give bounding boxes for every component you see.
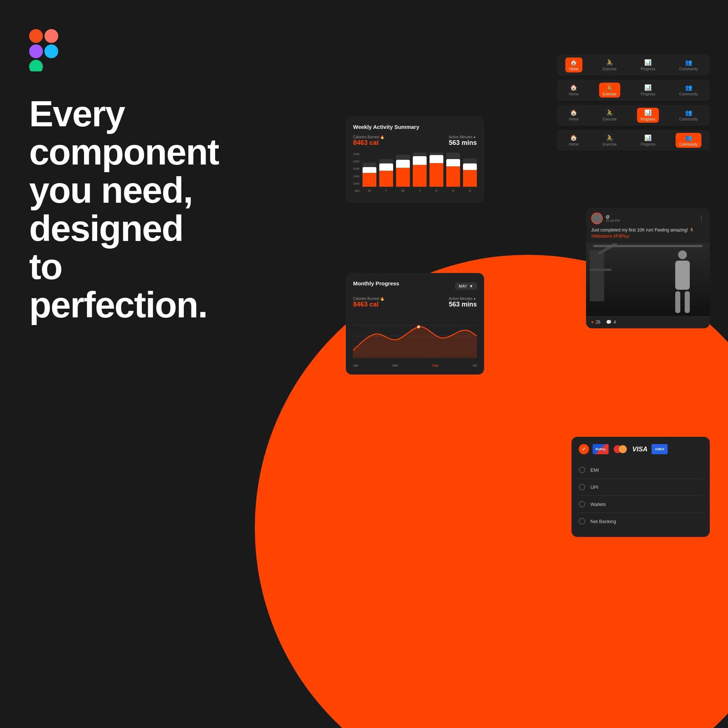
x-label-may: May <box>433 364 439 367</box>
nav-progress[interactable]: 📊 Progress <box>637 58 659 72</box>
nav-progress-3[interactable]: 📊 Progress <box>637 108 659 123</box>
nav-community-3[interactable]: 👥 Community <box>676 108 701 123</box>
nav-community[interactable]: 👥 Community <box>676 58 701 72</box>
bar-monday: M <box>362 153 376 193</box>
nav-home[interactable]: 🏠 Home <box>565 58 583 72</box>
calories-stat: Calories Burned 🔥 8463 cal <box>353 135 384 147</box>
monthly-progress-card: Monthly Progress MAY ▼ Calories Burned 🔥… <box>346 273 484 375</box>
svg-point-9 <box>418 326 420 328</box>
community-icon-2: 👥 <box>685 84 692 91</box>
headline-line4: designed <box>29 208 183 249</box>
monthly-card-title: Monthly Progress <box>353 280 399 286</box>
nav-home-3[interactable]: 🏠 Home <box>565 108 583 123</box>
avatar <box>591 213 603 224</box>
progress-icon: 📊 <box>644 59 652 66</box>
navbar-home-active: 🏠 Home 🚴 Exercise 📊 Progress 👥 Community <box>557 55 710 75</box>
bar-friday: F <box>430 153 444 193</box>
svg-rect-2 <box>29 44 43 58</box>
monthly-calories-label: Calories Burned 🔥 <box>353 297 384 301</box>
nav-exercise-2[interactable]: 🚴 Exercise <box>599 83 620 98</box>
upi-option[interactable]: UPI <box>579 479 702 496</box>
y-axis-labels: 3000 2500 2000 1500 1000 500 <box>353 153 359 193</box>
nav-community-4[interactable]: 👥 Community <box>676 133 701 148</box>
home-icon-2: 🏠 <box>570 84 577 91</box>
month-selector[interactable]: MAY ▼ <box>455 283 477 290</box>
month-label: MAY <box>459 284 467 288</box>
headline: Every component you need, designed to pe… <box>29 95 219 324</box>
svg-rect-1 <box>44 29 58 43</box>
emi-label: EMI <box>590 467 599 473</box>
x-label-mar: Mar <box>392 364 398 367</box>
emi-option[interactable]: EMI <box>579 462 702 479</box>
like-button[interactable]: ♥ 26 <box>591 320 600 325</box>
visa-card-icon: VISA <box>632 444 648 454</box>
comment-button[interactable]: 💬 4 <box>606 320 616 325</box>
figma-logo <box>29 29 58 66</box>
navbars-cluster: 🏠 Home 🚴 Exercise 📊 Progress 👥 Community… <box>557 55 710 151</box>
netbanking-option[interactable]: Net Banking <box>579 513 702 530</box>
heart-icon: ♥ <box>591 320 594 325</box>
post-meta: @ 41:43 PM <box>606 214 620 222</box>
mastercard-icon <box>612 444 628 454</box>
exercise-icon-2: 🚴 <box>606 84 613 91</box>
components-area: 🏠 Home 🚴 Exercise 📊 Progress 👥 Community… <box>346 55 710 673</box>
nav-community-2[interactable]: 👥 Community <box>676 83 701 98</box>
line-chart-svg <box>353 314 477 358</box>
svg-rect-3 <box>29 60 43 71</box>
like-count: 26 <box>595 320 600 325</box>
netbanking-label: Net Banking <box>590 519 616 524</box>
navbar-community-active: 🏠 Home 🚴 Exercise 📊 Progress 👥 Community <box>557 130 710 151</box>
bar-thursday: T <box>413 153 427 193</box>
monthly-calories-stat: Calories Burned 🔥 8463 cal <box>353 297 384 308</box>
nav-progress-2[interactable]: 📊 Progress <box>637 83 659 98</box>
headline-line3: you need, <box>29 170 193 210</box>
wallets-option[interactable]: Wallets <box>579 496 702 513</box>
svg-point-4 <box>44 44 58 58</box>
navbar-progress-active: 🏠 Home 🚴 Exercise 📊 Progress 👥 Community <box>557 105 710 125</box>
post-time: 41:43 PM <box>606 219 620 222</box>
monthly-card-header: Monthly Progress MAY ▼ <box>353 280 477 292</box>
progress-icon-4: 📊 <box>644 134 652 141</box>
community-icon: 👥 <box>685 59 692 66</box>
post-username: @ <box>606 214 620 219</box>
community-icon-3: 👥 <box>685 109 692 116</box>
wallets-radio[interactable] <box>579 501 585 508</box>
upi-radio[interactable] <box>579 484 585 490</box>
exercise-icon: 🚴 <box>606 59 613 66</box>
home-icon-4: 🏠 <box>570 134 577 141</box>
bar-chart: M T W <box>362 153 477 193</box>
exercise-icon-3: 🚴 <box>606 109 613 116</box>
netbanking-radio[interactable] <box>579 518 585 525</box>
minutes-label: Active Minutes ● <box>449 135 477 139</box>
emi-radio[interactable] <box>579 466 585 473</box>
bar-sunday: S <box>463 153 477 193</box>
nav-exercise[interactable]: 🚴 Exercise <box>599 58 620 72</box>
headline-line6: perfection. <box>29 284 207 325</box>
calories-value: 8463 cal <box>353 139 384 147</box>
payment-selected-check: ✓ <box>579 444 589 454</box>
weekly-activity-card: Weekly Activity Summary Calories Burned … <box>346 116 484 203</box>
monthly-stats-row: Calories Burned 🔥 8463 cal Active Minute… <box>353 297 477 308</box>
headline-line2: component <box>29 132 219 172</box>
nav-progress-4[interactable]: 📊 Progress <box>637 133 659 148</box>
more-options-button[interactable]: ⋮ <box>698 214 705 222</box>
nav-home-2[interactable]: 🏠 Home <box>565 83 583 98</box>
wallets-label: Wallets <box>590 502 606 507</box>
community-icon-4: 👥 <box>685 134 692 141</box>
bar-tuesday: T <box>379 153 393 193</box>
minutes-value: 563 mins <box>449 139 477 147</box>
rupay-card-icon: RuPay <box>593 444 609 454</box>
x-label-jan: Jan <box>353 364 359 367</box>
x-axis-labels: Jan Mar May Jul <box>353 364 477 367</box>
post-user: @ 41:43 PM <box>591 213 620 224</box>
monthly-calories-value: 8463 cal <box>353 301 384 308</box>
line-chart-area <box>353 314 477 358</box>
nav-exercise-4[interactable]: 🚴 Exercise <box>599 133 620 148</box>
chevron-down-icon: ▼ <box>469 284 473 288</box>
nav-exercise-3[interactable]: 🚴 Exercise <box>599 108 620 123</box>
nav-home-4[interactable]: 🏠 Home <box>565 133 583 148</box>
comment-icon: 💬 <box>606 320 612 325</box>
svg-rect-0 <box>29 29 43 43</box>
post-image <box>586 243 710 316</box>
monthly-minutes-value: 563 mins <box>449 301 477 308</box>
